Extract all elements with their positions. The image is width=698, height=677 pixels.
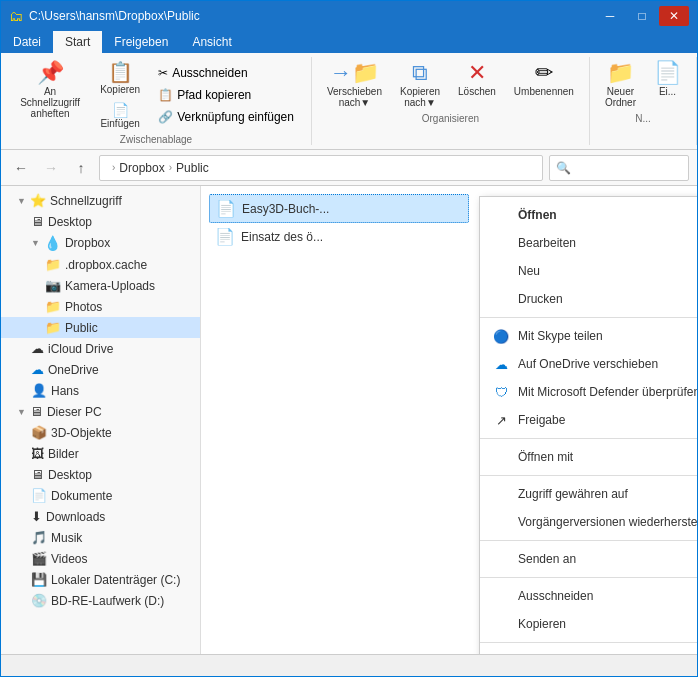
- window-frame: 🗂 C:\Users\hansm\Dropbox\Public ─ □ ✕ Da…: [0, 0, 698, 677]
- pin-label: An Schnellzugriffanheften: [16, 86, 84, 119]
- sidebar-item-photos[interactable]: 📁 Photos: [1, 296, 200, 317]
- close-button[interactable]: ✕: [659, 6, 689, 26]
- search-box[interactable]: 🔍: [549, 155, 689, 181]
- photos-icon: 📁: [45, 299, 61, 314]
- pin-to-quickaccess-button[interactable]: 📌 An Schnellzugriffanheften: [9, 57, 91, 132]
- sidebar-item-dropbox-cache[interactable]: 📁 .dropbox.cache: [1, 254, 200, 275]
- ctx-grant-access[interactable]: Zugriff gewähren auf ›: [480, 480, 697, 508]
- delete-icon: ✕: [468, 60, 486, 86]
- ctx-copy[interactable]: Kopieren: [480, 610, 697, 638]
- ctx-skype-label: Mit Skype teilen: [518, 329, 603, 343]
- icloud-icon: ☁: [31, 341, 44, 356]
- sidebar-item-local-c[interactable]: 💾 Lokaler Datenträger (C:): [1, 569, 200, 590]
- minimize-button[interactable]: ─: [595, 6, 625, 26]
- sidebar-item-dokumente[interactable]: 📄 Dokumente: [1, 485, 200, 506]
- ctx-edit[interactable]: Bearbeiten: [480, 229, 697, 257]
- paste-button[interactable]: 📄 Einfügen: [95, 99, 144, 132]
- musik-icon: 🎵: [31, 530, 47, 545]
- cut-button[interactable]: ✂ Ausschneiden: [153, 63, 299, 83]
- address-bar: ← → ↑ › Dropbox › Public 🔍: [1, 150, 697, 186]
- sidebar-item-bilder[interactable]: 🖼 Bilder: [1, 443, 200, 464]
- sidebar-item-icloud[interactable]: ☁ iCloud Drive: [1, 338, 200, 359]
- ribbon-group-organize: →📁 Verschiebennach▼ ⧉ Kopierennach▼ ✕ Lö…: [312, 57, 590, 145]
- ctx-sep-3: [480, 475, 697, 476]
- file-name-einsatz: Einsatz des ö...: [241, 230, 323, 244]
- sidebar-item-dropbox[interactable]: ▼ 💧 Dropbox: [1, 232, 200, 254]
- sidebar-item-bd-re-d[interactable]: 💿 BD-RE-Laufwerk (D:): [1, 590, 200, 611]
- ctx-restore-prev[interactable]: Vorgängerversionen wiederherstellen: [480, 508, 697, 536]
- onedrive-move-icon: ☁: [492, 355, 510, 373]
- ctx-new[interactable]: Neu: [480, 257, 697, 285]
- copy-label: Kopieren: [100, 84, 140, 95]
- ctx-print[interactable]: Drucken: [480, 285, 697, 313]
- dropbox-icon: 💧: [44, 235, 61, 251]
- ctx-new-icon: [492, 262, 510, 280]
- sidebar-item-videos[interactable]: 🎬 Videos: [1, 548, 200, 569]
- copy-to-button[interactable]: ⧉ Kopierennach▼: [393, 57, 447, 111]
- sidebar-item-3d-objekte[interactable]: 📦 3D-Objekte: [1, 422, 200, 443]
- sidebar-item-desktop1[interactable]: 🖥 Desktop: [1, 211, 200, 232]
- copy-path-button[interactable]: 📋 Pfad kopieren: [153, 85, 299, 105]
- tab-ansicht[interactable]: Ansicht: [180, 31, 243, 53]
- tab-freigeben[interactable]: Freigeben: [102, 31, 180, 53]
- bilder-icon: 🖼: [31, 446, 44, 461]
- rename-label: Umbenennen: [514, 86, 574, 97]
- organize-label: Organisieren: [422, 113, 479, 124]
- sidebar-item-schnellzugriff[interactable]: ▼ ⭐ Schnellzugriff: [1, 190, 200, 211]
- 3d-icon: 📦: [31, 425, 47, 440]
- sidebar-item-public[interactable]: 📁 Public: [1, 317, 200, 338]
- sidebar-item-onedrive[interactable]: ☁ OneDrive: [1, 359, 200, 380]
- path-part-dropbox[interactable]: Dropbox: [119, 161, 164, 175]
- rename-button[interactable]: ✏ Umbenennen: [507, 57, 581, 100]
- move-to-button[interactable]: →📁 Verschiebennach▼: [320, 57, 389, 111]
- pin-icon: 📌: [37, 60, 64, 86]
- sidebar-item-kamera-uploads[interactable]: 📷 Kamera-Uploads: [1, 275, 200, 296]
- sidebar-item-dieser-pc[interactable]: ▼ 🖥 Dieser PC: [1, 401, 200, 422]
- ctx-print-icon: [492, 290, 510, 308]
- tab-start[interactable]: Start: [53, 31, 102, 53]
- ctx-open-label: Öffnen: [518, 208, 557, 222]
- file-item-easy3d[interactable]: 📄 Easy3D-Buch-...: [209, 194, 469, 223]
- dieser-pc-label: Dieser PC: [47, 405, 102, 419]
- ctx-cut[interactable]: Ausschneiden: [480, 582, 697, 610]
- ctx-create-shortcut[interactable]: Verknüpfung erstellen: [480, 647, 697, 654]
- icloud-label: iCloud Drive: [48, 342, 113, 356]
- delete-button[interactable]: ✕ Löschen: [451, 57, 503, 100]
- sidebar-item-musik[interactable]: 🎵 Musik: [1, 527, 200, 548]
- ctx-defender-label: Mit Microsoft Defender überprüfen...: [518, 385, 697, 399]
- path-chevron-2: ›: [169, 162, 172, 173]
- delete-label: Löschen: [458, 86, 496, 97]
- main-content: ▼ ⭐ Schnellzugriff 🖥 Desktop ▼ 💧 Dropbox…: [1, 186, 697, 654]
- copy-icon: 📋: [108, 60, 133, 84]
- copy-button[interactable]: 📋 Kopieren: [95, 57, 145, 98]
- forward-button[interactable]: →: [39, 156, 63, 180]
- ctx-share[interactable]: ↗ Freigabe: [480, 406, 697, 434]
- ctx-share-label: Freigabe: [518, 413, 565, 427]
- file-item-einsatz[interactable]: 📄 Einsatz des ö...: [209, 223, 469, 250]
- ctx-open-with[interactable]: Öffnen mit ›: [480, 443, 697, 471]
- ctx-open[interactable]: Öffnen: [480, 201, 697, 229]
- search-input[interactable]: [575, 161, 682, 175]
- ctx-copy-label: Kopieren: [518, 617, 566, 631]
- sidebar-item-downloads[interactable]: ⬇ Downloads: [1, 506, 200, 527]
- new-folder-button[interactable]: 📁 NeuerOrdner: [598, 57, 643, 111]
- up-button[interactable]: ↑: [69, 156, 93, 180]
- address-path[interactable]: › Dropbox › Public: [99, 155, 543, 181]
- videos-label: Videos: [51, 552, 87, 566]
- dokumente-label: Dokumente: [51, 489, 112, 503]
- sidebar-item-hans[interactable]: 👤 Hans: [1, 380, 200, 401]
- ctx-restore-prev-icon: [492, 513, 510, 531]
- back-button[interactable]: ←: [9, 156, 33, 180]
- path-part-public[interactable]: Public: [176, 161, 209, 175]
- ctx-skype[interactable]: 🔵 Mit Skype teilen: [480, 322, 697, 350]
- ctx-onedrive-move[interactable]: ☁ Auf OneDrive verschieben: [480, 350, 697, 378]
- new-item-button[interactable]: 📄 Ei...: [647, 57, 688, 100]
- ctx-send-to[interactable]: Senden an ›: [480, 545, 697, 573]
- tab-datei[interactable]: Datei: [1, 31, 53, 53]
- title-bar-path: C:\Users\hansm\Dropbox\Public: [29, 9, 589, 23]
- ctx-defender[interactable]: 🛡 Mit Microsoft Defender überprüfen...: [480, 378, 697, 406]
- maximize-button[interactable]: □: [627, 6, 657, 26]
- paste-shortcut-button[interactable]: 🔗 Verknüpfung einfügen: [153, 107, 299, 127]
- sidebar-item-desktop2[interactable]: 🖥 Desktop: [1, 464, 200, 485]
- ctx-cut-label: Ausschneiden: [518, 589, 593, 603]
